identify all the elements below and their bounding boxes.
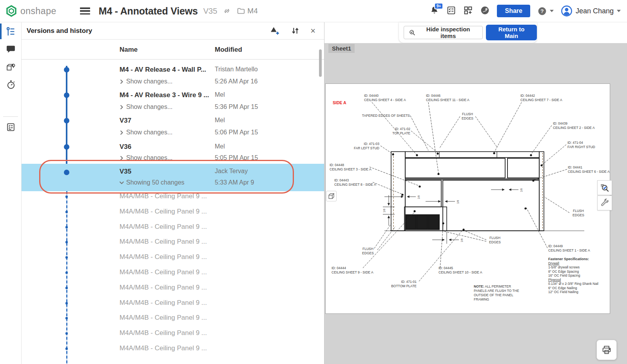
- tab-where-used[interactable]: [0, 59, 22, 75]
- view-cube-button[interactable]: [326, 191, 337, 201]
- apps-button[interactable]: [463, 5, 473, 17]
- svg-text:CEILING SHEET 7 - SIDE A: CEILING SHEET 7 - SIDE A: [520, 98, 562, 102]
- chevron-right-icon: [120, 79, 124, 84]
- list-item[interactable]: M4A/M4B - Ceiling Panel 9 ...: [22, 281, 324, 296]
- history-list: M4A/M4B - Ceiling Panel 9 ...M4A/M4B - C…: [22, 189, 324, 357]
- column-name: Name: [120, 46, 138, 54]
- svg-text:ID: 471-03: ID: 471-03: [364, 142, 379, 146]
- list-item[interactable]: M4A/M4B - Ceiling Panel 9 ...: [22, 326, 324, 341]
- drawing-canvas[interactable]: Sheet1: [324, 43, 627, 364]
- svg-text:FLUSH: FLUSH: [573, 209, 584, 213]
- list-item[interactable]: M4A/M4B - Ceiling Panel 9 ...: [22, 250, 324, 265]
- modified-by: Tristan Martello: [215, 66, 258, 73]
- svg-text:ID: 04440: ID: 04440: [364, 94, 379, 98]
- svg-text:CEILING SHEET 1 - SIDE A: CEILING SHEET 1 - SIDE A: [548, 248, 590, 252]
- timeline-node: [65, 196, 68, 198]
- svg-text:CEILING SHEET 8 - SIDE A: CEILING SHEET 8 - SIDE A: [334, 183, 376, 187]
- app-window: onshape M4 - Annotated Views V35 M4 9+: [0, 0, 627, 364]
- cube-icon: [328, 192, 335, 200]
- chevron-down-icon: [550, 10, 554, 12]
- sheet-tab[interactable]: Sheet1: [328, 44, 355, 53]
- svg-text:FLUSH: FLUSH: [489, 236, 500, 240]
- return-to-main-button[interactable]: Return to Main: [486, 25, 537, 40]
- print-button[interactable]: [596, 340, 617, 360]
- chevron-down-icon: [119, 181, 124, 185]
- help-menu[interactable]: ?: [537, 6, 554, 16]
- svg-text:CEILING SHEET 10 - SIDE A: CEILING SHEET 10 - SIDE A: [439, 270, 482, 274]
- side-a-label: SIDE A: [333, 100, 346, 105]
- timeline-node: [65, 226, 68, 228]
- svg-text:FLUSH: FLUSH: [362, 247, 373, 251]
- panel-scrollbar[interactable]: [319, 49, 322, 77]
- folder-icon: [237, 7, 245, 15]
- learning-center-button[interactable]: [480, 5, 490, 17]
- svg-text:1/8: 1/8: [520, 188, 523, 192]
- list-item[interactable]: M4A/M4B - Ceiling Panel 9 ...: [22, 189, 324, 205]
- svg-text:EDGES: EDGES: [462, 116, 473, 120]
- chevron-right-icon: [120, 156, 124, 161]
- notifications-button[interactable]: 9+: [429, 5, 439, 17]
- svg-text:ID: 04448: ID: 04448: [330, 163, 344, 167]
- timeline-node: [65, 256, 68, 259]
- tab-activity[interactable]: [0, 77, 22, 92]
- chevron-right-icon: [120, 105, 124, 110]
- chevron-down-icon: [617, 10, 621, 12]
- document-version-label[interactable]: V35: [203, 7, 217, 16]
- svg-text:BOTTOM PLATE: BOTTOM PLATE: [391, 284, 417, 288]
- main-menu-button[interactable]: [80, 7, 90, 14]
- svg-text:FAR RIGHT STUD: FAR RIGHT STUD: [567, 145, 595, 149]
- show-changes-link[interactable]: Show changes...: [120, 129, 172, 136]
- create-version-icon[interactable]: [270, 25, 280, 36]
- modified-time: 5:26 AM Apr 16: [215, 78, 257, 85]
- modified-by: Mel: [215, 143, 225, 150]
- document-folder[interactable]: M4: [237, 7, 257, 15]
- edit-tools-button[interactable]: [597, 196, 612, 210]
- show-changes-link[interactable]: Show changes...: [120, 78, 172, 85]
- share-button[interactable]: Share: [497, 5, 530, 17]
- versions-panel-header: Versions and history ×: [22, 22, 324, 40]
- top-bar: onshape M4 - Annotated Views V35 M4 9+: [0, 0, 627, 22]
- list-item[interactable]: M4A/M4B - Ceiling Panel 9 ...: [22, 205, 324, 220]
- inspection-toolbar: Hide inspection items Return to Main: [399, 22, 537, 43]
- tab-cut-list[interactable]: [0, 119, 22, 135]
- tab-comments[interactable]: [0, 41, 22, 57]
- svg-text:1/8: 1/8: [457, 200, 459, 204]
- list-item[interactable]: M4A/M4B - Ceiling Panel 9 ...: [22, 311, 324, 326]
- user-name: Jean Chang: [576, 7, 614, 15]
- list-item[interactable]: M4A/M4B - Ceiling Panel 9 ...: [22, 296, 324, 311]
- timeline-node: [65, 272, 68, 274]
- tab-versions-history[interactable]: [0, 24, 22, 39]
- user-menu[interactable]: Jean Chang: [561, 5, 621, 17]
- tasks-button[interactable]: [446, 5, 456, 17]
- compare-versions-icon[interactable]: [290, 26, 300, 36]
- copy-link-icon[interactable]: [223, 7, 231, 15]
- list-item[interactable]: M4A/M4B - Ceiling Panel 9 ...: [22, 235, 324, 250]
- svg-text:EDGES: EDGES: [573, 213, 584, 217]
- versions-tree-icon: [5, 26, 16, 37]
- divider: [3, 116, 18, 117]
- onshape-logo[interactable]: onshape: [5, 5, 56, 17]
- version-name: M4A/M4B - Ceiling Panel 9 ...: [120, 284, 207, 292]
- column-modified: Modified: [215, 46, 242, 54]
- app-store-icon: [463, 5, 473, 15]
- close-icon[interactable]: ×: [310, 27, 315, 35]
- list-item[interactable]: M4A/M4B - Ceiling Panel 9 ...: [22, 341, 324, 357]
- left-tab-strip: [0, 22, 22, 364]
- svg-text:TAPERED EDGES OF SHEETS: TAPERED EDGES OF SHEETS: [362, 114, 410, 118]
- list-item[interactable]: M4A/M4B - Ceiling Panel 9 ...: [22, 220, 324, 235]
- svg-text:CEILING SHEET 2 - SIDE A: CEILING SHEET 2 - SIDE A: [553, 126, 595, 130]
- show-changes-link[interactable]: Show changes...: [120, 154, 172, 161]
- version-list: M4 - AV Release 4 - Wall P... Show chang…: [22, 60, 324, 364]
- show-changes-link[interactable]: Show changes...: [120, 103, 172, 110]
- timeline-node: [64, 92, 69, 98]
- svg-text:ID: 04446: ID: 04446: [426, 94, 440, 98]
- list-item[interactable]: M4A/M4B - Ceiling Panel 9 ...: [22, 265, 324, 281]
- svg-text:1/8: 1/8: [417, 196, 420, 199]
- clipboard-list-icon: [6, 122, 16, 132]
- hide-inspection-items-button[interactable]: Hide inspection items: [404, 26, 483, 39]
- version-name: M4A/M4B - Ceiling Panel 9 ...: [120, 299, 207, 307]
- svg-text:ID: 471-02: ID: 471-02: [395, 127, 410, 131]
- showing-changes-link[interactable]: Showing 50 changes: [120, 179, 185, 186]
- version-name: M4A/M4B - Ceiling Panel 9 ...: [120, 268, 207, 276]
- inspection-tool-button[interactable]: [597, 180, 612, 195]
